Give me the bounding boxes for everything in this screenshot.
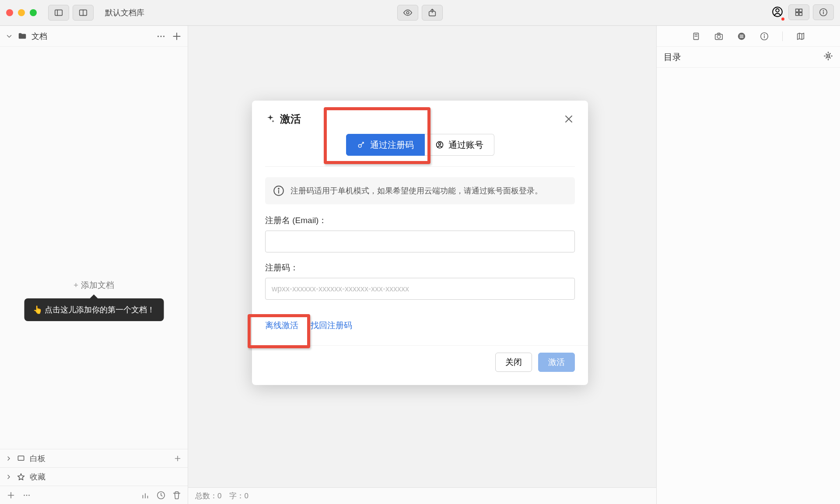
dots-icon (155, 31, 167, 42)
folder-icon (18, 32, 27, 41)
favorites-label: 收藏 (30, 472, 46, 482)
star-icon (17, 472, 25, 481)
svg-point-4 (406, 11, 409, 14)
svg-marker-45 (798, 33, 804, 39)
code-input[interactable] (265, 278, 575, 300)
notice-banner: 注册码适用于单机模式，如果希望使用云端功能，请通过账号面板登录。 (265, 177, 575, 204)
status-bar: 总数：0 字：0 (188, 487, 656, 504)
add-doc-label: 添加文档 (81, 280, 114, 291)
activate-button[interactable]: 激活 (538, 353, 575, 372)
svg-rect-10 (796, 13, 798, 15)
svg-point-16 (160, 35, 161, 37)
svg-rect-20 (18, 456, 24, 460)
svg-point-27 (26, 494, 28, 496)
offline-activate-link[interactable]: 离线激活 (265, 320, 298, 331)
docs-label: 文档 (32, 31, 47, 42)
code-label: 注册码： (265, 262, 575, 273)
columns-icon (78, 8, 88, 18)
tab-by-code[interactable]: 通过注册码 (346, 134, 425, 156)
view-toggle-button[interactable] (73, 5, 94, 21)
chars-label: 字： (229, 492, 244, 500)
sidebar-icon (54, 8, 63, 18)
stats-icon (140, 490, 150, 500)
sidebar-toggle-button[interactable] (48, 5, 69, 21)
svg-point-56 (278, 188, 279, 189)
key-icon (357, 140, 366, 149)
email-input[interactable] (265, 231, 575, 252)
camera-icon[interactable] (714, 32, 724, 41)
svg-point-48 (827, 55, 830, 57)
close-window[interactable] (6, 9, 13, 16)
share-icon (427, 8, 437, 18)
chevron-right-icon (5, 473, 12, 480)
svg-point-7 (776, 9, 779, 12)
svg-point-53 (438, 143, 441, 145)
more-button[interactable] (155, 31, 167, 42)
chevron-right-icon (5, 455, 12, 462)
share-button[interactable] (422, 5, 443, 21)
library-name[interactable]: 默认文档库 (99, 5, 150, 21)
chars-value: 0 (244, 492, 248, 500)
whiteboard-label: 白板 (30, 453, 46, 464)
svg-point-14 (823, 10, 824, 11)
plus-icon[interactable] (173, 454, 182, 463)
info-icon (273, 185, 284, 196)
notification-dot (780, 17, 785, 21)
grid-icon (794, 7, 804, 17)
settings-button[interactable] (823, 51, 833, 63)
tab-by-account[interactable]: 通过账号 (425, 134, 494, 156)
window-controls (6, 9, 37, 16)
close-button[interactable]: 关闭 (495, 353, 532, 372)
grid-view-button[interactable] (788, 4, 809, 20)
svg-point-37 (717, 35, 720, 38)
plus-icon (171, 31, 182, 42)
svg-point-28 (28, 494, 30, 496)
sidebar-favorites-section[interactable]: 收藏 (0, 467, 188, 486)
eye-icon (403, 8, 413, 18)
svg-point-15 (158, 35, 159, 37)
maximize-window[interactable] (30, 9, 37, 16)
sidebar-footer (0, 486, 188, 504)
onboarding-tooltip: 👆 点击这儿添加你的第一个文档！ (24, 298, 164, 321)
list-icon[interactable] (737, 32, 746, 41)
svg-rect-11 (799, 13, 802, 15)
svg-rect-8 (796, 9, 798, 12)
info-icon (819, 7, 828, 17)
chevron-down-icon (5, 32, 13, 40)
activation-modal: 激活 通过注册码 通过账号 注册码适用于单机模式，如果希望使用云端功能，请通过账… (252, 101, 588, 385)
map-icon[interactable] (796, 32, 805, 41)
modal-title: 激活 (280, 112, 301, 126)
plus-icon (6, 490, 16, 500)
sidebar-docs-header[interactable]: 文档 (0, 26, 188, 47)
minimize-window[interactable] (18, 9, 25, 16)
dots-icon (22, 490, 32, 500)
find-code-link[interactable]: 找回注册码 (311, 320, 352, 331)
trash-icon (172, 490, 182, 500)
svg-point-17 (163, 35, 164, 37)
user-icon (772, 6, 783, 18)
more-button[interactable] (22, 490, 32, 500)
info-button[interactable] (813, 4, 834, 20)
svg-rect-9 (799, 9, 802, 12)
right-panel: 目录 (656, 26, 840, 504)
stats-button[interactable] (140, 490, 150, 500)
total-label: 总数： (195, 492, 217, 500)
add-button[interactable] (171, 31, 182, 42)
svg-point-26 (24, 494, 25, 496)
add-button[interactable] (6, 490, 16, 500)
toc-title: 目录 (664, 51, 681, 63)
history-button[interactable] (156, 490, 166, 500)
add-doc-link[interactable]: + 添加文档 (74, 280, 114, 291)
account-button[interactable] (770, 4, 785, 21)
trash-button[interactable] (172, 490, 182, 500)
outline-icon[interactable] (691, 32, 701, 41)
sparkle-icon (265, 114, 276, 124)
preview-button[interactable] (397, 5, 418, 21)
user-icon (435, 140, 444, 149)
info-panel-icon[interactable] (760, 32, 769, 41)
titlebar: 默认文档库 (0, 0, 840, 26)
total-value: 0 (217, 492, 221, 500)
close-icon (563, 113, 575, 125)
modal-close-button[interactable] (563, 113, 575, 125)
sidebar-whiteboard-section[interactable]: 白板 (0, 449, 188, 467)
